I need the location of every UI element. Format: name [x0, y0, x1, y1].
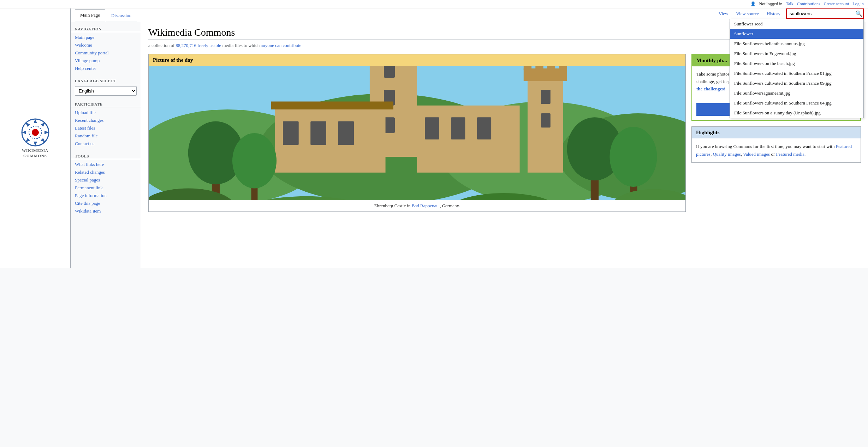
sidebar-nav-heading: Navigation [71, 25, 141, 32]
tab-discussion[interactable]: Discussion [106, 10, 137, 21]
contribute-link[interactable]: anyone can contribute [261, 43, 301, 48]
tools-heading: Tools [71, 153, 141, 159]
sidebar-item-upload-file[interactable]: Upload file [71, 109, 141, 117]
user-icon: 👤 [750, 1, 756, 7]
not-logged-in-text: Not logged in [759, 1, 783, 7]
sidebar-tools: Tools What links here Related changes Sp… [71, 153, 141, 215]
dropdown-item[interactable]: Sunflower [730, 29, 863, 39]
highlights-header: Highlights [692, 127, 861, 138]
dropdown-item[interactable]: File:Sunflowers on the beach.jpg [730, 59, 863, 68]
search-input[interactable] [786, 8, 864, 19]
sidebar-navigation: Navigation Main page Welcome Community p… [71, 25, 141, 72]
sidebar-item-permanent-link[interactable]: Permanent link [71, 184, 141, 192]
sidebar-participate: Participate Upload file Recent changes L… [71, 101, 141, 148]
sidebar-item-contact-us[interactable]: Contact us [71, 140, 141, 148]
potd-box: Picture of the day [148, 54, 686, 212]
sidebar-item-main-page[interactable]: Main page [71, 34, 141, 41]
sidebar-item-page-information[interactable]: Page information [71, 192, 141, 199]
history-link[interactable]: History [765, 10, 783, 18]
svg-rect-28 [524, 68, 567, 81]
svg-rect-21 [338, 121, 354, 145]
language-select-container: English Deutsch Français Español [75, 86, 137, 96]
sidebar-item-wikidata-item[interactable]: Wikidata item [71, 207, 141, 215]
create-account-link[interactable]: Create account [824, 1, 849, 7]
dropdown-item[interactable]: File:Sunflowers cultivated in Southern F… [730, 78, 863, 88]
tab-main-page[interactable]: Main Page [75, 9, 105, 21]
participate-heading: Participate [71, 101, 141, 107]
sidebar-item-latest-files[interactable]: Latest files [71, 124, 141, 132]
svg-rect-20 [310, 121, 326, 145]
sidebar-item-random-file[interactable]: Random file [71, 132, 141, 140]
dropdown-item[interactable]: File:Sunflowers helianthus annuus.jpg [730, 39, 863, 49]
sidebar-language: Language select English Deutsch Français… [71, 77, 141, 96]
potd-header: Picture of the day [149, 54, 685, 66]
freely-usable-link[interactable]: freely usable [197, 43, 221, 48]
logo-area: WIKIMEDIA COMMONS [0, 8, 71, 268]
language-select-heading: Language select [71, 77, 141, 84]
dropdown-item[interactable]: File:Sunflowers in Edgewood.jpg [730, 49, 863, 59]
featured-media-link[interactable]: Featured media [776, 151, 805, 157]
svg-rect-33 [541, 90, 551, 104]
sidebar-item-related-changes[interactable]: Related changes [71, 168, 141, 176]
dropdown-item[interactable]: File:Sunflowers cultivated in Southern F… [730, 98, 863, 108]
svg-rect-15 [384, 66, 395, 78]
sidebar-item-welcome[interactable]: Welcome [71, 41, 141, 49]
svg-point-38 [232, 133, 277, 188]
talk-link[interactable]: Talk [786, 1, 793, 7]
highlights-body: If you are browsing Commons for the firs… [692, 138, 861, 162]
search-button[interactable]: 🔍 [855, 10, 862, 17]
search-container: 🔍 Sunflower seedSunflowerFile:Sunflowers… [786, 8, 864, 19]
quality-images-link[interactable]: Quality images [713, 151, 741, 157]
wikimedia-logo[interactable] [21, 118, 49, 147]
potd-image [149, 66, 685, 200]
svg-point-42 [610, 127, 657, 187]
svg-marker-22 [271, 102, 393, 109]
sidebar-item-help-center[interactable]: Help center [71, 65, 141, 72]
svg-rect-30 [535, 66, 543, 70]
potd-location-link[interactable]: Bad Rappenau [412, 203, 439, 208]
sidebar-item-special-pages[interactable]: Special pages [71, 176, 141, 184]
logo-text: WIKIMEDIA COMMONS [22, 148, 48, 159]
svg-point-1 [32, 129, 39, 136]
dropdown-item[interactable]: File:Sunflowers on a sunny day (Unsplash… [730, 108, 863, 118]
dropdown-item[interactable]: File:Sunflowers cultivated in Southern F… [730, 68, 863, 78]
svg-rect-32 [559, 66, 567, 70]
valued-images-link[interactable]: Valued images [743, 151, 770, 157]
svg-rect-19 [283, 121, 299, 145]
file-count-link[interactable]: 88,270,716 [176, 43, 197, 48]
svg-rect-25 [451, 117, 465, 139]
sidebar: Navigation Main page Welcome Community p… [71, 21, 141, 268]
sidebar-item-community-portal[interactable]: Community portal [71, 49, 141, 57]
sidebar-item-recent-changes[interactable]: Recent changes [71, 117, 141, 124]
contributions-link[interactable]: Contributions [797, 1, 820, 7]
svg-rect-26 [477, 117, 491, 139]
dropdown-item[interactable]: Sunflower seed [730, 19, 863, 29]
language-select[interactable]: English Deutsch Français Español [75, 86, 137, 96]
view-source-link[interactable]: View source [734, 10, 761, 18]
svg-rect-31 [547, 66, 555, 70]
potd-caption: Ehrenberg Castle in Bad Rappenau , Germa… [149, 200, 685, 211]
search-dropdown: Sunflower seedSunflowerFile:Sunflowers h… [730, 19, 864, 118]
sidebar-item-what-links-here[interactable]: What links here [71, 161, 141, 168]
svg-rect-17 [384, 117, 395, 133]
svg-rect-24 [425, 117, 439, 139]
view-link[interactable]: View [717, 10, 730, 18]
highlights-box: Highlights If you are browsing Commons f… [691, 126, 861, 163]
dropdown-item[interactable]: File:Sunflowersagnaneamt.jpg [730, 88, 863, 98]
svg-rect-29 [524, 66, 531, 70]
log-in-link[interactable]: Log in [852, 1, 864, 7]
sidebar-item-cite-this-page[interactable]: Cite this page [71, 199, 141, 207]
sidebar-item-village-pump[interactable]: Village pump [71, 57, 141, 65]
svg-rect-34 [541, 113, 551, 127]
